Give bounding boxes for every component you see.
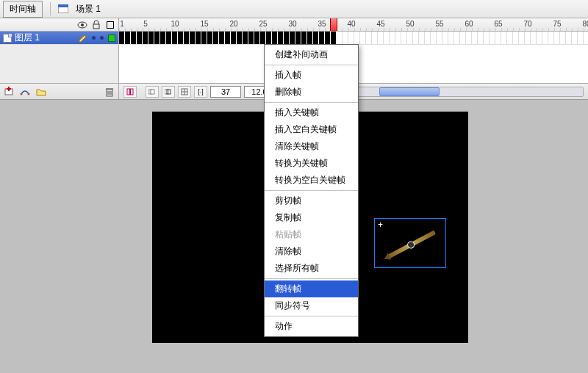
layer-row[interactable]: 图层 1 bbox=[0, 32, 588, 45]
svg-point-8 bbox=[21, 93, 23, 95]
timeline-tab[interactable]: 时间轴 bbox=[3, 1, 43, 18]
layer-tools bbox=[0, 84, 119, 99]
menu-separator bbox=[265, 65, 358, 65]
layer-name: 图层 1 bbox=[15, 32, 40, 44]
menu-item[interactable]: 插入空白关键帧 bbox=[265, 121, 358, 138]
menu-item[interactable]: 复制帧 bbox=[265, 209, 358, 226]
edit-multiple-frames-button[interactable] bbox=[178, 86, 191, 98]
add-layer-icon[interactable] bbox=[3, 86, 15, 98]
current-frame-display: 37 bbox=[210, 86, 241, 98]
visibility-dot[interactable] bbox=[92, 36, 96, 40]
registration-point-icon: + bbox=[378, 222, 383, 228]
layer-page-icon bbox=[3, 34, 12, 43]
symbol-instance[interactable] bbox=[387, 230, 436, 258]
modify-onion-markers-button[interactable]: [·] bbox=[194, 86, 207, 98]
menu-separator bbox=[265, 102, 358, 103]
divider bbox=[50, 2, 51, 15]
svg-rect-16 bbox=[129, 89, 131, 95]
menu-item[interactable]: 选择所有帧 bbox=[265, 260, 358, 277]
menu-separator bbox=[265, 190, 358, 191]
layer-column-header bbox=[0, 18, 119, 31]
frame-context-menu: 创建补间动画插入帧删除帧插入关键帧插入空白关键帧清除关键帧转换为关键帧转换为空白… bbox=[264, 44, 359, 337]
menu-item[interactable]: 插入帧 bbox=[265, 67, 358, 84]
frame-track[interactable] bbox=[119, 32, 588, 44]
menu-item[interactable]: 插入关键帧 bbox=[265, 104, 358, 121]
onion-skin-button[interactable] bbox=[146, 86, 159, 98]
outline-square-icon[interactable] bbox=[107, 21, 114, 29]
trash-icon[interactable] bbox=[104, 86, 115, 98]
menu-item[interactable]: 清除帧 bbox=[265, 243, 358, 260]
menu-item[interactable]: 清除关键帧 bbox=[265, 138, 358, 155]
lock-icon[interactable] bbox=[92, 20, 102, 30]
pencil-icon bbox=[79, 34, 87, 43]
selection-bounding-box[interactable]: + bbox=[374, 218, 446, 268]
playhead[interactable] bbox=[330, 18, 337, 31]
lock-dot[interactable] bbox=[100, 36, 104, 40]
scene-label: 场景 1 bbox=[76, 3, 101, 15]
svg-rect-18 bbox=[151, 90, 154, 94]
menu-item[interactable]: 转换为空白关键帧 bbox=[265, 172, 358, 189]
layer-cell[interactable]: 图层 1 bbox=[0, 32, 119, 44]
svg-rect-4 bbox=[93, 24, 99, 29]
menu-separator bbox=[265, 278, 358, 279]
menu-item[interactable]: 转换为关键帧 bbox=[265, 155, 358, 172]
eye-icon[interactable] bbox=[77, 20, 87, 30]
menu-item[interactable]: 动作 bbox=[265, 318, 358, 335]
svg-point-9 bbox=[28, 93, 30, 95]
onion-skin-outlines-button[interactable] bbox=[162, 86, 175, 98]
timeline-header: 1510152025303540455055606570758085 bbox=[0, 18, 588, 32]
menu-separator bbox=[265, 316, 358, 316]
frame-ruler[interactable]: 1510152025303540455055606570758085 bbox=[119, 18, 588, 31]
scene-icon[interactable] bbox=[58, 4, 68, 13]
menu-item[interactable]: 剪切帧 bbox=[265, 192, 358, 209]
add-motion-guide-icon[interactable] bbox=[19, 86, 31, 98]
menu-item[interactable]: 创建补间动画 bbox=[265, 46, 358, 63]
center-frame-button[interactable] bbox=[123, 86, 137, 98]
top-bar: 时间轴 场景 1 bbox=[0, 0, 588, 18]
outline-color-swatch[interactable] bbox=[108, 35, 115, 42]
menu-item[interactable]: 同步符号 bbox=[265, 297, 358, 314]
menu-item[interactable]: 翻转帧 bbox=[265, 280, 358, 297]
menu-item[interactable]: 删除帧 bbox=[265, 84, 358, 101]
svg-rect-1 bbox=[58, 4, 68, 7]
svg-point-3 bbox=[81, 23, 84, 26]
add-folder-icon[interactable] bbox=[35, 86, 47, 98]
svg-rect-11 bbox=[106, 88, 113, 90]
menu-item: 粘贴帧 bbox=[265, 226, 358, 243]
